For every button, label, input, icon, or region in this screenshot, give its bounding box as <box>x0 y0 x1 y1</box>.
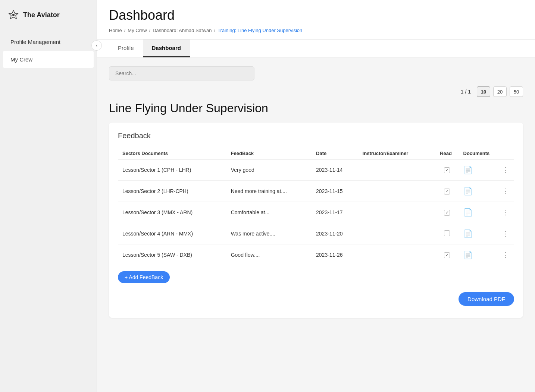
download-row: Download PDF <box>118 292 514 306</box>
read-checkbox-1[interactable] <box>444 189 450 195</box>
sidebar-item-profile-management[interactable]: Profile Management <box>3 34 94 50</box>
tab-dashboard[interactable]: Dashboard <box>143 39 190 57</box>
more-menu-0[interactable]: ⋮ <box>502 166 509 174</box>
cell-sector-4: Lesson/Sector 5 (SAW - DXB) <box>118 244 226 266</box>
cell-actions-1: ⋮ <box>497 181 514 202</box>
cell-sector-3: Lesson/Sector 4 (ARN - MMX) <box>118 223 226 244</box>
breadcrumb-current[interactable]: Training: Line Flying Under Supervision <box>218 28 302 33</box>
cell-feedback-3: Was more active.... <box>226 223 312 244</box>
page-title: Dashboard <box>109 7 523 28</box>
document-icon-2[interactable]: 📄 <box>463 208 473 216</box>
sidebar-item-my-crew[interactable]: My Crew <box>3 51 94 68</box>
cell-date-4: 2023-11-26 <box>312 244 358 266</box>
cell-feedback-1: Need more training at.... <box>226 181 312 202</box>
cell-documents-1: 📄 <box>459 181 498 202</box>
cell-date-2: 2023-11-17 <box>312 202 358 223</box>
cell-instructor-3 <box>358 223 436 244</box>
document-icon-1[interactable]: 📄 <box>463 187 473 195</box>
col-header-sectors: Sectors Documents <box>118 148 226 159</box>
cell-read-3[interactable] <box>435 223 459 244</box>
cell-instructor-1 <box>358 181 436 202</box>
page-size-50[interactable]: 50 <box>510 86 523 97</box>
cell-feedback-4: Good flow.... <box>226 244 312 266</box>
breadcrumb-dashboard-user[interactable]: Dashboard: Ahmad Safwan <box>153 28 212 33</box>
read-checkbox-2[interactable] <box>444 210 450 216</box>
cell-date-0: 2023-11-14 <box>312 159 358 181</box>
table-row: Lesson/Sector 4 (ARN - MMX) Was more act… <box>118 223 514 244</box>
table-row: Lesson/Sector 2 (LHR-CPH) Need more trai… <box>118 181 514 202</box>
cell-instructor-2 <box>358 202 436 223</box>
cell-actions-3: ⋮ <box>497 223 514 244</box>
col-header-feedback: FeedBack <box>226 148 312 159</box>
document-icon-0[interactable]: 📄 <box>463 166 473 174</box>
cell-actions-0: ⋮ <box>497 159 514 181</box>
page-size-10[interactable]: 10 <box>477 86 490 97</box>
more-menu-2[interactable]: ⋮ <box>502 209 509 216</box>
cell-sector-0: Lesson/Sector 1 (CPH - LHR) <box>118 159 226 181</box>
cell-documents-3: 📄 <box>459 223 498 244</box>
breadcrumb: Home / My Crew / Dashboard: Ahmad Safwan… <box>109 28 523 39</box>
more-menu-4[interactable]: ⋮ <box>502 251 509 259</box>
page-size-20[interactable]: 20 <box>493 86 507 97</box>
pagination-row: 1 / 1 10 20 50 <box>109 86 523 97</box>
sidebar: The Aviator Profile Management My Crew ‹ <box>0 0 97 392</box>
col-header-documents: Documents <box>459 148 498 159</box>
breadcrumb-my-crew[interactable]: My Crew <box>128 28 147 33</box>
sidebar-nav: Profile Management My Crew <box>0 33 97 69</box>
feedback-card: Feedback Sectors Documents FeedBack Date… <box>109 123 523 318</box>
cell-read-1[interactable] <box>435 181 459 202</box>
read-checkbox-3[interactable] <box>444 230 450 236</box>
add-feedback-button[interactable]: + Add FeedBack <box>118 271 170 283</box>
cell-feedback-2: Comfortable at... <box>226 202 312 223</box>
cell-actions-2: ⋮ <box>497 202 514 223</box>
table-row: Lesson/Sector 1 (CPH - LHR) Very good 20… <box>118 159 514 181</box>
table-row: Lesson/Sector 5 (SAW - DXB) Good flow...… <box>118 244 514 266</box>
cell-actions-4: ⋮ <box>497 244 514 266</box>
cell-feedback-0: Very good <box>226 159 312 181</box>
more-menu-3[interactable]: ⋮ <box>502 230 509 237</box>
feedback-table-body: Lesson/Sector 1 (CPH - LHR) Very good 20… <box>118 159 514 266</box>
svg-point-0 <box>12 14 15 16</box>
cell-sector-1: Lesson/Sector 2 (LHR-CPH) <box>118 181 226 202</box>
cell-read-4[interactable] <box>435 244 459 266</box>
breadcrumb-home[interactable]: Home <box>109 28 122 33</box>
tabs-bar: Profile Dashboard <box>97 39 535 57</box>
content-area: 1 / 1 10 20 50 Line Flying Under Supervi… <box>97 57 535 327</box>
page-info: 1 / 1 <box>461 89 471 95</box>
sidebar-collapse-button[interactable]: ‹ <box>91 40 102 51</box>
search-input[interactable] <box>109 66 254 80</box>
cell-instructor-0 <box>358 159 436 181</box>
cell-date-1: 2023-11-15 <box>312 181 358 202</box>
col-header-read: Read <box>435 148 459 159</box>
table-row: Lesson/Sector 3 (MMX - ARN) Comfortable … <box>118 202 514 223</box>
search-bar <box>109 66 254 80</box>
read-checkbox-0[interactable] <box>444 167 450 173</box>
cell-read-2[interactable] <box>435 202 459 223</box>
cell-instructor-4 <box>358 244 436 266</box>
more-menu-1[interactable]: ⋮ <box>502 187 509 195</box>
col-header-date: Date <box>312 148 358 159</box>
section-title: Line Flying Under Supervision <box>109 101 523 115</box>
col-header-instructor: Instructor/Examiner <box>358 148 436 159</box>
document-icon-4[interactable]: 📄 <box>463 251 473 259</box>
document-icon-3[interactable]: 📄 <box>463 230 473 238</box>
logo-icon <box>7 9 19 21</box>
app-logo: The Aviator <box>0 0 97 30</box>
main-content: Dashboard Home / My Crew / Dashboard: Ah… <box>97 0 535 392</box>
cell-documents-0: 📄 <box>459 159 498 181</box>
cell-sector-2: Lesson/Sector 3 (MMX - ARN) <box>118 202 226 223</box>
download-pdf-button[interactable]: Download PDF <box>459 292 514 306</box>
cell-date-3: 2023-11-20 <box>312 223 358 244</box>
tab-profile[interactable]: Profile <box>109 39 143 57</box>
cell-documents-2: 📄 <box>459 202 498 223</box>
read-checkbox-4[interactable] <box>444 252 450 258</box>
feedback-card-title: Feedback <box>118 132 514 140</box>
app-name: The Aviator <box>23 11 60 19</box>
cell-documents-4: 📄 <box>459 244 498 266</box>
feedback-table: Sectors Documents FeedBack Date Instruct… <box>118 148 514 265</box>
page-header: Dashboard Home / My Crew / Dashboard: Ah… <box>97 0 535 39</box>
col-header-actions <box>497 148 514 159</box>
cell-read-0[interactable] <box>435 159 459 181</box>
